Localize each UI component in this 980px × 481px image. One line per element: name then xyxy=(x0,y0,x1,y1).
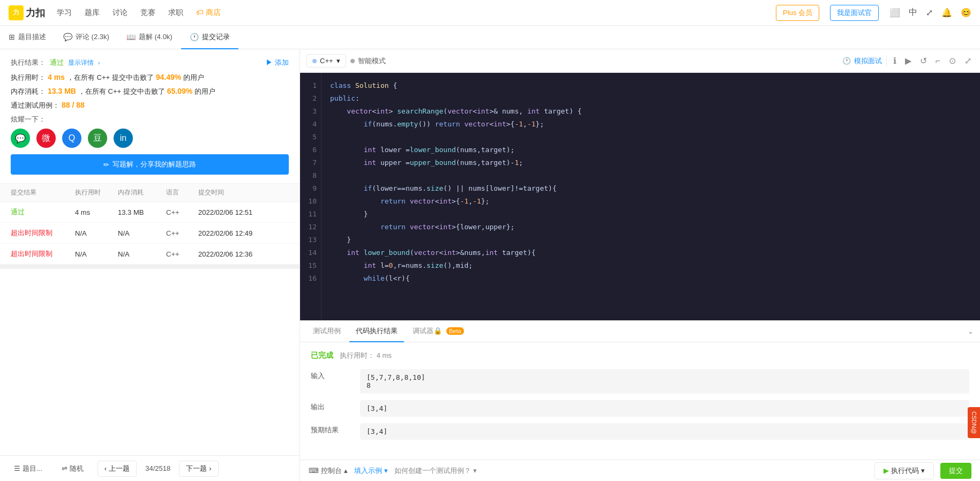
row1-result[interactable]: 通过 xyxy=(11,207,75,217)
col-memory: 内存消耗 xyxy=(118,188,166,197)
clock-icon: 🕐 xyxy=(842,57,851,65)
pass-status[interactable]: 通过 xyxy=(50,58,64,67)
nav-learn[interactable]: 学习 xyxy=(56,6,73,20)
terminal-icon[interactable]: ⌐ xyxy=(933,54,942,68)
fill-chevron-icon: ▾ xyxy=(384,467,388,475)
result-row: 执行结果： 通过 显示详情 › ▶ 添加 xyxy=(11,58,289,67)
row1-time: 4 ms xyxy=(75,208,118,216)
share-weibo[interactable]: 微 xyxy=(36,129,56,148)
result-grid: 输入 [5,7,7,8,8,10] 8 输出 [3,4] 预期结果 [3,4] xyxy=(311,369,969,440)
share-linkedin[interactable]: in xyxy=(114,129,133,148)
horizontal-scrollbar[interactable] xyxy=(0,265,300,269)
info-icon[interactable]: ℹ xyxy=(891,54,899,68)
output-value: [3,4] xyxy=(360,400,969,417)
tab-submissions[interactable]: 🕐 提交记录 xyxy=(181,26,238,49)
left-scroll-area: 执行结果： 通过 显示详情 › ▶ 添加 执行用时： 4 ms ，在所有 C++… xyxy=(0,49,300,455)
problems-menu-button[interactable]: ☰ 题目... xyxy=(9,461,48,477)
write-solution-button[interactable]: ✏ 写题解，分享我的解题思路 xyxy=(11,154,289,175)
share-qq[interactable]: Q xyxy=(62,129,81,148)
row3-result[interactable]: 超出时间限制 xyxy=(11,249,75,259)
result-content: 已完成 执行用时： 4 ms 输入 [5,7,7,8,8,10] 8 输出 xyxy=(300,342,980,460)
result-area: 执行结果： 通过 显示详情 › ▶ 添加 执行用时： 4 ms ，在所有 C++… xyxy=(0,49,300,184)
right-panel: C++ ▾ 智能模式 🕐 模拟面试 ℹ ▶ ↺ ⌐ ⊙ ⤢ 1234567891… xyxy=(300,49,980,481)
notification-icon[interactable]: 🔔 xyxy=(941,7,952,18)
tab-testcase[interactable]: 测试用例 xyxy=(306,321,347,342)
row2-result[interactable]: 超出时间限制 xyxy=(11,228,75,238)
tab-debugger[interactable]: 调试器 🔒 Beta xyxy=(406,321,470,342)
add-button[interactable]: ▶ 添加 xyxy=(266,58,289,67)
output-label: 输出 xyxy=(311,400,354,412)
run-code-button[interactable]: ▶ 执行代码 ▾ xyxy=(874,462,934,479)
tab-comments[interactable]: 💬 评论 (2.3k) xyxy=(55,26,118,49)
nav-discuss[interactable]: 讨论 xyxy=(111,6,129,20)
language-selector[interactable]: C++ ▾ xyxy=(306,54,346,67)
expand-icon[interactable]: ⤢ xyxy=(962,54,974,68)
row2-submittime: 2022/02/06 12:49 xyxy=(198,229,289,237)
table-row[interactable]: 通过 4 ms 13.3 MB C++ 2022/02/06 12:51 xyxy=(0,202,300,223)
mem-label: 内存消耗： xyxy=(11,87,46,96)
row2-lang: C++ xyxy=(166,229,198,237)
help-chevron-icon: ▾ xyxy=(473,467,477,475)
share-douban[interactable]: 豆 xyxy=(88,129,107,148)
nav-problems[interactable]: 题库 xyxy=(84,6,101,20)
code-editor[interactable]: 12345678910111213141516 class Solution {… xyxy=(300,73,980,320)
display-mode[interactable]: 中 xyxy=(909,7,917,18)
mem-desc: ，在所有 C++ 提交中击败了 xyxy=(78,87,165,96)
refresh-icon[interactable]: ↺ xyxy=(918,54,929,68)
random-button[interactable]: ⇌ 随机 xyxy=(56,461,89,477)
beta-badge: Beta xyxy=(446,327,464,335)
play-icon: ▶ xyxy=(884,467,889,475)
simulate-button[interactable]: 🕐 模拟面试 xyxy=(842,56,882,66)
row3-time: N/A xyxy=(75,250,118,258)
lang-label: C++ xyxy=(320,57,333,65)
share-wechat[interactable]: 💬 xyxy=(11,129,30,148)
next-button[interactable]: 下一题 › xyxy=(179,461,218,477)
nav-jobs[interactable]: 求职 xyxy=(167,6,184,20)
fullscreen-icon[interactable]: ⤢ xyxy=(926,7,933,18)
share-label: 炫耀一下： xyxy=(11,115,289,124)
editor-toolbar: C++ ▾ 智能模式 🕐 模拟面试 ℹ ▶ ↺ ⌐ ⊙ ⤢ xyxy=(300,49,980,73)
detail-link[interactable]: 显示详情 xyxy=(68,58,94,67)
fill-example-button[interactable]: 填入示例 ▾ xyxy=(354,466,388,476)
row3-lang: C++ xyxy=(166,250,198,258)
submit-button[interactable]: 提交 xyxy=(940,463,971,479)
col-result: 提交结果 xyxy=(11,188,75,197)
chevron-left-icon: ‹ xyxy=(104,464,107,472)
exec-time-value: 4 ms xyxy=(48,73,65,81)
row3-memory: N/A xyxy=(118,250,166,258)
row3-submittime: 2022/02/06 12:36 xyxy=(198,250,289,258)
tab-solutions[interactable]: 📖 题解 (4.0k) xyxy=(118,26,181,49)
lock-icon: 🔒 xyxy=(433,327,442,335)
table-row[interactable]: 超出时间限制 N/A N/A C++ 2022/02/06 12:49 xyxy=(0,223,300,244)
table-header: 提交结果 执行用时 内存消耗 语言 提交时间 xyxy=(0,184,300,202)
tab-description[interactable]: ⊞ 题目描述 xyxy=(0,26,55,49)
exec-result-label: 执行结果： xyxy=(11,58,46,67)
smart-mode[interactable]: 智能模式 xyxy=(350,56,386,66)
menu-icon: ☰ xyxy=(14,464,20,472)
run-icon[interactable]: ▶ xyxy=(903,54,914,68)
plus-member-button[interactable]: Plus 会员 xyxy=(776,5,819,21)
avatar[interactable]: 😊 xyxy=(961,7,971,18)
row2-memory: N/A xyxy=(118,229,166,237)
completed-row: 已完成 执行用时： 4 ms xyxy=(311,351,969,360)
settings-icon[interactable]: ⊙ xyxy=(947,54,958,68)
table-row[interactable]: 超出时间限制 N/A N/A C++ 2022/02/06 12:36 xyxy=(0,244,300,265)
nav-contest[interactable]: 竞赛 xyxy=(139,6,156,20)
tab-exec-result[interactable]: 代码执行结果 xyxy=(349,321,404,342)
interviewer-button[interactable]: 我是面试官 xyxy=(830,5,879,21)
main-layout: 执行结果： 通过 显示详情 › ▶ 添加 执行用时： 4 ms ，在所有 C++… xyxy=(0,49,980,481)
prev-button[interactable]: ‹ 上一题 xyxy=(98,461,137,477)
device-icon[interactable]: ⬜ xyxy=(889,7,900,18)
col-time: 执行用时 xyxy=(75,188,118,197)
console-bar: ⌨ 控制台 ▴ 填入示例 ▾ 如何创建一个测试用例？ ▾ ▶ 执行代码 ▾ xyxy=(300,460,980,481)
mem-value: 13.3 MB xyxy=(48,87,76,95)
help-link[interactable]: 如何创建一个测试用例？ ▾ xyxy=(394,466,477,476)
logo[interactable]: 力 力扣 xyxy=(9,5,45,20)
nav-shop[interactable]: 🏷 商店 xyxy=(195,6,222,20)
testcase-label: 通过测试用例： xyxy=(11,101,59,110)
csdn-badge[interactable]: CSDN@初初 xyxy=(968,407,980,438)
code-content[interactable]: class Solution {public: vector<int> sear… xyxy=(321,73,980,320)
mem-percent: 65.09% xyxy=(167,87,192,95)
collapse-icon[interactable]: ⌄ xyxy=(968,327,974,335)
comments-icon: 💬 xyxy=(63,33,72,41)
